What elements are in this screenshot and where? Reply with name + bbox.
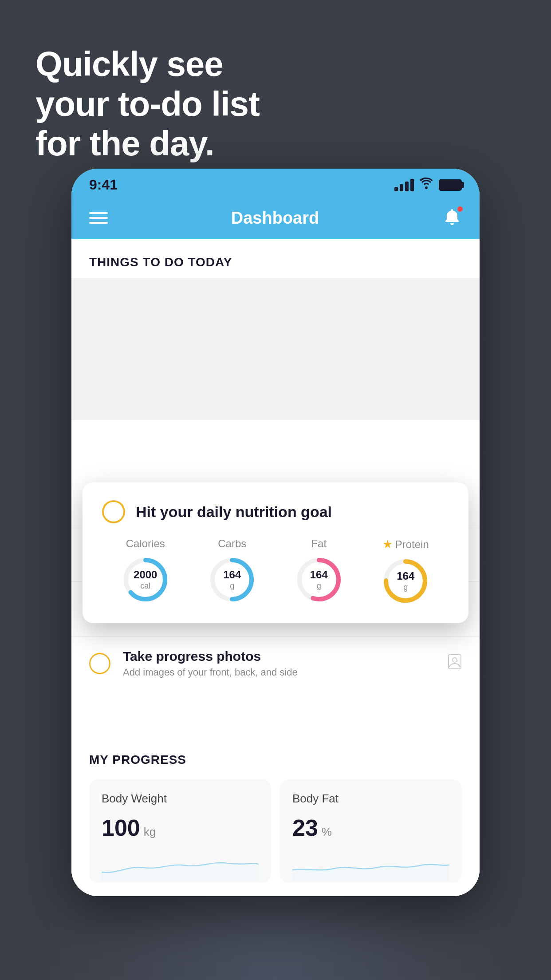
hero-section: Quickly seeyour to-do listfor the day. [35,44,516,164]
fat-value: 164 [310,569,328,581]
wifi-icon [419,178,433,192]
body-fat-card[interactable]: Body Fat 23 % [280,779,462,883]
protein-unit: g [397,583,414,593]
body-fat-value-row: 23 % [292,814,449,841]
calories-label: Calories [126,537,165,550]
app-content: THINGS TO DO TODAY Hit your daily nutrit… [71,239,480,896]
status-icons [394,178,462,192]
nutrition-grid: Calories 2000 cal [102,537,449,605]
card-spacer: Hit your daily nutrition goal Calories [71,278,480,420]
progress-cards: Body Weight 100 kg Body Fat [89,779,462,883]
things-to-do-title: THINGS TO DO TODAY [89,255,232,269]
header-title: Dashboard [231,209,319,228]
notifications-button[interactable] [442,207,462,229]
body-fat-value: 23 [292,814,318,841]
status-bar: 9:41 [71,169,480,198]
progress-photos-name: Take progress photos [123,649,435,664]
calories-value: 2000 [134,569,157,581]
nutrition-fat: Fat 164 g [295,537,343,604]
todo-progress-photos[interactable]: Take progress photos Add images of your … [71,636,480,691]
spacer [71,691,480,717]
nutrition-card-header: Hit your daily nutrition goal [102,500,449,523]
carbs-unit: g [223,581,241,591]
body-weight-chart [102,850,259,881]
things-to-do-header: THINGS TO DO TODAY [71,239,480,278]
nutrition-calories: Calories 2000 cal [121,537,170,604]
body-weight-card[interactable]: Body Weight 100 kg [89,779,271,883]
protein-label: Protein [395,538,429,551]
nutrition-check-circle[interactable] [102,500,125,523]
body-weight-value: 100 [102,814,140,841]
app-header: Dashboard [71,198,480,239]
hero-title: Quickly seeyour to-do listfor the day. [35,44,516,164]
protein-label-row: ★ Protein [382,537,429,551]
nutrition-protein: ★ Protein 164 g [381,537,430,605]
nutrition-carbs: Carbs 164 g [208,537,256,604]
nutrition-card: Hit your daily nutrition goal Calories [83,482,468,623]
phone-bottom [71,883,480,896]
status-time: 9:41 [89,177,118,193]
progress-photos-check-circle [89,653,110,674]
svg-point-13 [453,658,457,662]
notification-badge [457,205,464,213]
progress-photos-text: Take progress photos Add images of your … [123,649,435,678]
protein-donut: 164 g [381,557,430,605]
signal-icon [394,179,414,191]
calories-donut: 2000 cal [121,555,170,604]
phone-frame: 9:41 [71,169,480,896]
fat-unit: g [310,581,328,591]
fat-donut: 164 g [295,555,343,604]
carbs-value: 164 [223,569,241,581]
carbs-label: Carbs [218,537,246,550]
calories-unit: cal [134,581,157,591]
star-icon: ★ [382,537,393,551]
fat-label: Fat [311,537,327,550]
body-weight-unit: kg [144,825,156,839]
protein-value: 164 [397,570,414,583]
body-fat-unit: % [322,825,332,839]
progress-section: MY PROGRESS Body Weight 100 kg [71,735,480,883]
progress-section-title: MY PROGRESS [89,753,462,767]
battery-icon [439,179,462,191]
person-icon [448,654,462,674]
menu-button[interactable] [89,212,108,224]
phone-mockup: 9:41 [71,169,480,896]
body-weight-title: Body Weight [102,792,259,806]
body-fat-chart [292,850,449,881]
carbs-donut: 164 g [208,555,256,604]
body-weight-value-row: 100 kg [102,814,259,841]
body-fat-title: Body Fat [292,792,449,806]
nutrition-card-title: Hit your daily nutrition goal [136,503,332,521]
progress-photos-desc: Add images of your front, back, and side [123,667,435,678]
